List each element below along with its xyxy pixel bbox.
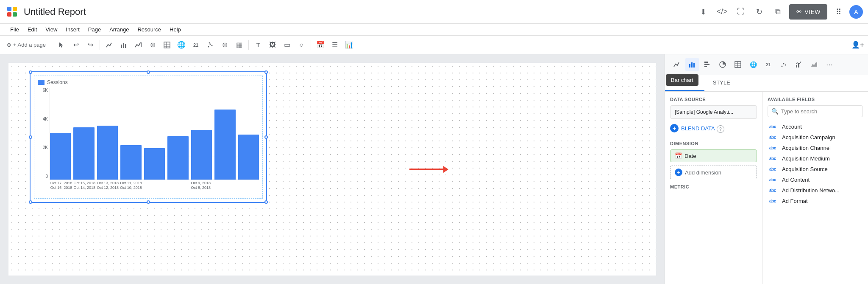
search-input[interactable] [781, 108, 859, 115]
chart-type-pie[interactable] [716, 58, 729, 71]
select-tool-icon[interactable] [55, 38, 68, 52]
svg-rect-1 [123, 43, 124, 48]
date-range-tool[interactable]: 📅 [314, 38, 327, 52]
field-acquisition-source[interactable]: abc Acquisition Source [768, 164, 863, 174]
svg-rect-14 [704, 62, 708, 63]
data-control-tool[interactable]: 📊 [342, 38, 356, 52]
canvas-area[interactable]: Sessions 6K 4K 2K 0 [0, 54, 665, 284]
undo-button[interactable]: ↩ [69, 38, 83, 52]
data-source-selector[interactable]: [Sample] Google Analyti... [670, 105, 757, 119]
resize-handle-bl[interactable] [29, 200, 32, 204]
field-acquisition-channel[interactable]: abc Acquisition Channel [768, 143, 863, 153]
copy-icon[interactable]: ⧉ [771, 4, 786, 20]
chart-type-area[interactable] [807, 58, 821, 71]
help-icon[interactable]: ? [717, 125, 724, 133]
field-acquisition-medium[interactable]: abc Acquisition Medium [768, 153, 863, 164]
avatar[interactable]: A [849, 5, 863, 19]
line-chart-tool[interactable] [103, 38, 116, 52]
x-label-7: Oct 9, 2018 Oct 8, 2018 [189, 181, 212, 191]
resize-handle-br[interactable] [264, 200, 268, 204]
geo-tool[interactable]: 🌐 [175, 38, 188, 52]
x-label-2: Oct 15, 2018 Oct 14, 2018 [73, 181, 96, 191]
blend-data-button[interactable]: + BLEND DATA [670, 122, 715, 134]
chart-type-line[interactable] [670, 58, 684, 71]
redo-button[interactable]: ↪ [83, 38, 97, 52]
chart-type-table[interactable] [731, 58, 745, 71]
y-axis: 6K 4K 2K 0 [38, 88, 50, 191]
bar-chart-tool[interactable] [117, 38, 131, 52]
bar-7 [191, 130, 212, 179]
table-tool[interactable] [160, 38, 174, 52]
fullscreen-icon[interactable]: ⛶ [733, 4, 748, 20]
toolbar-sep-1 [52, 40, 52, 50]
field-name: Ad Distribution Netwo... [782, 187, 840, 194]
resize-handle-tl[interactable] [29, 70, 32, 74]
bar-8 [214, 110, 235, 180]
menu-edit[interactable]: Edit [24, 25, 40, 34]
pie-chart-tool[interactable]: ⊕ [146, 38, 159, 52]
page-canvas[interactable]: Sessions 6K 4K 2K 0 [8, 63, 656, 276]
filter-tool[interactable]: ☰ [328, 38, 342, 52]
field-name: Acquisition Source [782, 166, 828, 172]
add-page-button[interactable]: ⊕ + Add a page [3, 40, 49, 50]
resize-handle-mr[interactable] [264, 135, 268, 139]
search-box[interactable]: 🔍 [768, 105, 863, 117]
menu-view[interactable]: View [42, 25, 61, 34]
text-tool[interactable]: T [251, 38, 265, 52]
resize-handle-tc[interactable] [147, 70, 150, 74]
tab-style[interactable]: STYLE [704, 75, 739, 91]
menu-help[interactable]: Help [166, 25, 184, 34]
horizon-chart-tool[interactable]: ▦ [232, 38, 246, 52]
logo-dot-red [7, 12, 11, 17]
scorecard-tool[interactable]: 21 [189, 38, 203, 52]
chart-type-more[interactable]: ⋯ [823, 58, 836, 71]
combo-tool[interactable]: ⊕ [218, 38, 231, 52]
add-person-icon[interactable]: 👤+ [851, 38, 865, 52]
field-account[interactable]: abc Account [768, 121, 863, 132]
resize-handle-tr[interactable] [264, 70, 268, 74]
menu-file[interactable]: File [7, 25, 22, 34]
scatter-tool[interactable] [203, 38, 217, 52]
chart-type-combo[interactable] [792, 58, 806, 71]
field-name: Ad Content [782, 177, 810, 183]
menu-insert[interactable]: Insert [62, 25, 83, 34]
arrow-head [443, 166, 448, 173]
menu-page[interactable]: Page [85, 25, 104, 34]
field-type-abc: abc [769, 124, 779, 129]
svg-rect-12 [691, 62, 693, 67]
chart-type-bar[interactable] [685, 58, 699, 71]
bar-1 [50, 133, 71, 180]
chart-type-geo[interactable]: 🌐 [746, 58, 760, 71]
date-dimension-chip[interactable]: 📅 Date [670, 149, 757, 162]
chart-widget[interactable]: Sessions 6K 4K 2K 0 [30, 71, 267, 203]
chart-type-bar-alt[interactable] [701, 58, 714, 71]
dimension-value: Date [684, 153, 696, 159]
view-button[interactable]: 👁 VIEW [789, 4, 827, 20]
grid-icon[interactable]: ⠿ [831, 4, 846, 20]
field-ad-distribution[interactable]: abc Ad Distribution Netwo... [768, 185, 863, 196]
bar-chart-tooltip: Bar chart [666, 74, 698, 86]
area-chart-tool[interactable] [131, 38, 145, 52]
y-label-0: 0 [38, 174, 48, 179]
image-tool[interactable]: 🖼 [266, 38, 279, 52]
chart-type-scorecard[interactable]: 21 [762, 58, 775, 71]
chart-type-scatter[interactable] [777, 58, 790, 71]
x-axis: Oct 17, 2018 Oct 16, 2018 Oct 15, 2018 O… [50, 181, 259, 191]
circle-tool[interactable]: ○ [295, 38, 308, 52]
menu-arrange[interactable]: Arrange [106, 25, 132, 34]
rect-tool[interactable]: ▭ [280, 38, 294, 52]
resize-handle-bc[interactable] [147, 200, 150, 204]
available-fields-panel: Available Fields 🔍 abc Account abc Acqui… [762, 92, 868, 284]
chart-type-row: 🌐 21 ⋯ [665, 54, 868, 75]
report-title[interactable]: Untitled Report [24, 6, 86, 17]
code-icon[interactable]: </> [715, 4, 730, 20]
x-label-9 [236, 181, 259, 191]
field-acquisition-campaign[interactable]: abc Acquisition Campaign [768, 132, 863, 143]
field-ad-format[interactable]: abc Ad Format [768, 196, 863, 206]
add-dimension-button[interactable]: + Add dimension [670, 166, 757, 179]
field-ad-content[interactable]: abc Ad Content [768, 174, 863, 185]
resize-handle-ml[interactable] [29, 135, 32, 139]
refresh-icon[interactable]: ↻ [752, 4, 767, 20]
menu-resource[interactable]: Resource [134, 25, 164, 34]
download-icon[interactable]: ⬇ [696, 4, 711, 20]
